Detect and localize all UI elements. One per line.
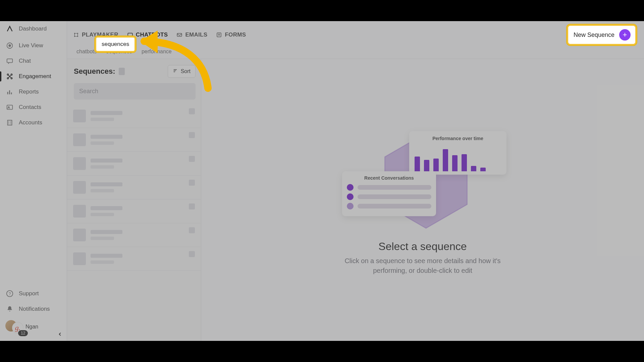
svg-point-5 [7,77,8,79]
topnav-label: FORMS [225,32,246,38]
sequences-title: Sequences: [74,67,115,76]
recent-card-title: Recent Conversations [347,175,431,181]
svg-rect-10 [7,105,13,110]
sidebar-item-label: Contacts [19,104,41,111]
list-item[interactable] [67,176,201,199]
recent-card: Recent Conversations [342,171,436,216]
svg-point-18 [77,36,78,37]
sort-label: Sort [181,68,191,74]
sidebar-item-label: Chat [19,58,31,64]
list-item[interactable] [67,104,201,128]
subtabs: chatbots sequences performance [67,45,644,59]
person-card-icon [6,104,13,111]
help-icon: ? [6,290,13,297]
sidebar-item-contacts[interactable]: Contacts [0,100,67,115]
main: PLAYMAKER CHATBOTS EMAILS [67,21,644,341]
svg-rect-8 [9,90,10,94]
sidebar-item-reports[interactable]: Reports [0,84,67,100]
sort-button[interactable]: Sort [168,65,196,78]
sidebar-item-label: Notifications [19,306,50,312]
svg-point-15 [74,33,75,34]
svg-point-17 [74,36,75,37]
user-name: Ngan [25,324,38,330]
sequence-list[interactable] [67,104,201,341]
chat-icon [6,57,13,65]
topbar: PLAYMAKER CHATBOTS EMAILS [67,21,644,45]
sidebar-bottom: ? Support Notifications g. 12 [0,286,67,341]
list-item[interactable] [67,199,201,223]
perf-card-title: Performance over time [415,136,501,141]
bell-icon [6,305,13,313]
avatar: g. 12 [5,320,22,334]
sidebar-nav: Live View Chat Engagement [0,37,67,130]
svg-point-6 [11,77,12,79]
emails-icon [176,32,182,38]
new-sequence-button[interactable]: New Sequence + [567,24,637,45]
topnav-emails[interactable]: EMAILS [175,28,209,42]
sidebar-item-label: Live View [19,42,43,49]
sidebar-item-chat[interactable]: Chat [0,53,67,69]
sidebar: Dashboard Live View Chat [0,21,67,341]
topnav-label: CHATBOTS [136,32,168,38]
sidebar-item-accounts[interactable]: Accounts [0,115,67,130]
new-sequence-label: New Sequence [574,32,614,39]
svg-text:?: ? [9,292,11,296]
playmaker-icon [73,32,79,38]
sidebar-item-liveview[interactable]: Live View [0,38,67,53]
search-input[interactable] [74,83,196,100]
svg-point-3 [7,74,8,75]
engagement-icon [6,73,13,80]
sidebar-item-engagement[interactable]: Engagement [0,69,67,84]
sidebar-item-label: Accounts [19,119,42,126]
perf-card: Performance over time [409,131,506,175]
notification-count: 12 [18,330,28,336]
logo-icon [6,25,13,33]
svg-rect-12 [8,120,12,125]
svg-rect-7 [7,92,8,94]
empty-state-subtitle: Click on a sequence to see more details … [335,256,510,276]
sidebar-item-support[interactable]: ? Support [0,286,67,301]
building-icon [6,119,13,126]
eye-icon [6,42,13,49]
empty-state-title: Select a sequence [335,240,510,253]
empty-state-illustration: Performance over time Recent Conversatio… [339,124,506,232]
svg-rect-20 [177,34,182,37]
plus-icon: + [619,29,631,41]
sidebar-item-label: Engagement [19,73,51,80]
svg-point-1 [9,45,11,47]
list-item[interactable] [67,152,201,176]
empty-state: Performance over time Recent Conversatio… [335,124,510,276]
svg-point-4 [11,74,12,75]
detail-pane: Performance over time Recent Conversatio… [201,59,644,341]
subtab-sequences-highlight[interactable]: sequences [95,36,136,52]
svg-rect-2 [7,59,13,63]
sequence-list-pane: Sequences: Sort [67,59,201,341]
collapse-sidebar-button[interactable] [56,330,64,338]
sidebar-item-notifications[interactable]: Notifications [0,301,67,317]
list-item[interactable] [67,223,201,247]
perf-bars [415,144,501,171]
svg-point-16 [77,33,78,34]
sidebar-item-dashboard[interactable]: Dashboard [0,21,67,37]
topnav-label: EMAILS [185,32,207,38]
svg-rect-9 [11,93,12,95]
svg-rect-19 [128,33,132,36]
sidebar-item-label: Dashboard [19,25,47,32]
list-item[interactable] [67,247,201,271]
topnav-forms[interactable]: FORMS [215,28,247,42]
sequence-count-chip [119,68,125,75]
list-item[interactable] [67,128,201,152]
bars-icon [6,88,13,96]
sidebar-item-label: Reports [19,88,39,95]
sidebar-item-label: Support [19,290,39,297]
sort-icon [173,68,178,75]
forms-icon [216,32,222,38]
subtab-performance[interactable]: performance [137,45,176,59]
